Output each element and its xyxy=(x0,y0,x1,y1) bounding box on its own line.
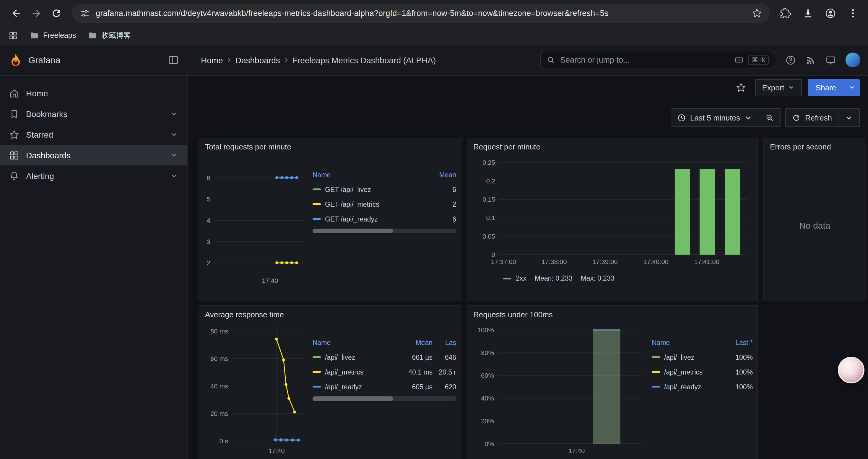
share-button[interactable]: Share xyxy=(808,79,844,96)
series-mean: Mean: 0.233 xyxy=(535,275,572,282)
browser-reload-button[interactable] xyxy=(46,3,66,23)
apps-grid-icon[interactable] xyxy=(8,31,18,40)
search-input[interactable] xyxy=(560,56,730,64)
total-requests-chart[interactable]: 6543217:40 xyxy=(204,153,308,287)
downloads-button[interactable] xyxy=(798,3,817,23)
svg-text:0.2: 0.2 xyxy=(486,177,495,185)
panel-body: 6543217:40 NameMeanGET /api/_livez6GET /… xyxy=(199,152,461,301)
time-range-picker[interactable]: Last 5 minutes xyxy=(671,108,760,127)
panel-title[interactable]: Request per minute xyxy=(467,138,757,152)
svg-text:0.1: 0.1 xyxy=(486,214,495,222)
sidebar-item-label: Starred xyxy=(26,130,163,139)
grafana-logo[interactable] xyxy=(9,53,23,67)
panel-title[interactable]: Total requests per minute xyxy=(199,138,461,152)
bookmark-label: 收藏博客 xyxy=(101,30,131,40)
share-caret-button[interactable] xyxy=(844,79,860,96)
legend-header-name[interactable]: Name xyxy=(313,171,428,178)
legend-row[interactable]: /api/_livez100% xyxy=(652,350,753,364)
browser-profile-button[interactable] xyxy=(821,3,840,23)
export-button[interactable]: Export xyxy=(755,79,802,96)
bookmark-star-icon[interactable] xyxy=(752,8,762,18)
legend-header-col[interactable]: Mean xyxy=(399,339,433,346)
favorite-dashboard-button[interactable] xyxy=(733,79,749,96)
panel-body: 100%80%60%40%20%0%17:40 NameLast */api/_… xyxy=(467,320,757,459)
chevron-down-icon[interactable] xyxy=(169,151,179,160)
svg-text:17:40:00: 17:40:00 xyxy=(643,258,669,266)
panels-grid: Total requests per minute 6543217:40 Nam… xyxy=(198,138,868,459)
site-settings-icon[interactable] xyxy=(80,8,90,18)
sidebar-item-dashboards[interactable]: Dashboards xyxy=(0,145,187,165)
legend-row[interactable]: GET /api/_readyz6 xyxy=(313,211,456,226)
breadcrumb-home[interactable]: Home xyxy=(201,55,223,65)
series-max: Max: 0.233 xyxy=(581,275,615,282)
legend-row[interactable]: /api/_metrics40.1 ms20.5 r xyxy=(313,364,456,379)
bookmark-item-blog[interactable]: 收藏博客 xyxy=(88,30,131,40)
rss-icon[interactable] xyxy=(805,55,816,65)
legend-header-col[interactable]: Last * xyxy=(722,339,753,346)
floating-avatar[interactable] xyxy=(838,357,864,383)
average-response-time-chart[interactable]: 80 ms60 ms40 ms20 ms0 s17:40 xyxy=(204,321,308,457)
legend-value: 6 xyxy=(428,186,456,193)
legend-header-col[interactable]: Mean xyxy=(428,171,456,178)
legend-header-col[interactable]: Las xyxy=(433,339,456,346)
legend-row[interactable]: GET /api/_metrics2 xyxy=(313,197,456,211)
browser-back-button[interactable] xyxy=(6,3,26,23)
series-color-dash xyxy=(652,356,660,358)
breadcrumb-current: Freeleaps Metrics Dashboard (ALPHA) xyxy=(292,55,436,65)
sidebar-item-alerting[interactable]: Alerting xyxy=(0,165,187,186)
chevron-down-icon[interactable] xyxy=(169,171,179,180)
requests-under-100ms-chart[interactable]: 100%80%60%40%20%0%17:40 xyxy=(472,321,647,458)
svg-text:17:37:00: 17:37:00 xyxy=(491,258,516,266)
refresh-interval-caret[interactable] xyxy=(838,108,860,127)
panel-requests-under-100ms: Requests under 100ms 100%80%60%40%20%0%1… xyxy=(467,305,758,459)
sidebar-item-bookmarks[interactable]: Bookmarks xyxy=(0,103,187,124)
panel-total-requests-per-minute: Total requests per minute 6543217:40 Nam… xyxy=(198,138,462,301)
browser-menu-button[interactable] xyxy=(843,3,862,23)
chevron-down-icon[interactable] xyxy=(169,130,179,139)
reload-icon xyxy=(51,7,62,19)
panel-title[interactable]: Errors per second xyxy=(764,138,866,152)
sidebar-toggle-button[interactable] xyxy=(168,54,179,66)
legend-scrollbar[interactable] xyxy=(313,229,456,233)
bell-icon xyxy=(9,170,20,181)
legend-scrollbar[interactable] xyxy=(313,396,456,401)
legend-row[interactable]: /api/_readyz100% xyxy=(652,379,753,394)
legend-scrollbar-thumb[interactable] xyxy=(313,229,393,233)
folder-icon xyxy=(30,31,39,40)
legend-row[interactable]: /api/_metrics100% xyxy=(652,364,753,379)
svg-text:2: 2 xyxy=(207,259,210,267)
legend-row[interactable]: GET /api/_livez6 xyxy=(313,182,456,197)
panel-title[interactable]: Requests under 100ms xyxy=(467,306,757,320)
panel-title[interactable]: Average response time xyxy=(199,306,461,320)
zoom-out-button[interactable] xyxy=(760,108,781,127)
download-icon xyxy=(802,7,813,19)
help-icon[interactable] xyxy=(785,55,796,65)
legend-value: 661 µs xyxy=(399,354,433,361)
legend-header-name[interactable]: Name xyxy=(313,339,399,346)
svg-text:80%: 80% xyxy=(481,349,494,357)
monitor-icon[interactable] xyxy=(826,55,836,65)
extensions-button[interactable] xyxy=(776,3,795,23)
breadcrumb-dashboards[interactable]: Dashboards xyxy=(236,55,280,65)
legend-row[interactable]: /api/_readyz605 µs620 xyxy=(313,379,456,394)
svg-text:80 ms: 80 ms xyxy=(210,328,228,335)
legend-scrollbar-thumb[interactable] xyxy=(313,396,393,401)
sidebar-item-label: Home xyxy=(26,88,179,98)
legend-row[interactable]: /api/_livez661 µs646 xyxy=(313,350,456,364)
legend-header-name[interactable]: Name xyxy=(652,339,722,346)
sidebar-item-home[interactable]: Home xyxy=(0,83,187,103)
svg-text:20 ms: 20 ms xyxy=(210,410,228,417)
browser-forward-button[interactable] xyxy=(26,3,46,23)
chevron-down-icon[interactable] xyxy=(169,109,179,118)
refresh-button[interactable]: Refresh xyxy=(785,108,838,127)
url-text[interactable]: grafana.mathmast.com/d/deytv4rwavabkb/fr… xyxy=(96,8,746,18)
svg-text:17:40: 17:40 xyxy=(262,277,278,285)
search-box[interactable]: ⌘+k xyxy=(540,51,775,69)
url-bar[interactable]: grafana.mathmast.com/d/deytv4rwavabkb/fr… xyxy=(72,3,770,23)
request-per-minute-chart[interactable]: 0.250.20.150.10.05017:37:0017:38:0017:39… xyxy=(472,153,750,269)
legend-inline[interactable]: 2xx Mean: 0.233 Max: 0.233 xyxy=(472,275,753,282)
grafana-user-avatar[interactable] xyxy=(845,53,860,67)
share-split-button: Share xyxy=(808,79,860,96)
bookmark-item-freeleaps[interactable]: Freeleaps xyxy=(30,31,76,40)
sidebar-item-starred[interactable]: Starred xyxy=(0,124,187,145)
